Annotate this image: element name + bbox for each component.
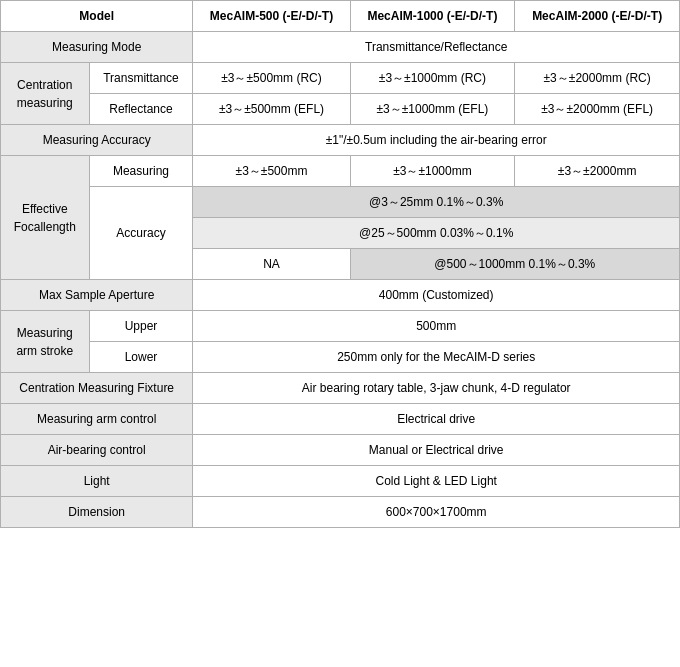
- transmittance-label: Transmittance: [89, 63, 193, 94]
- measuring-sub-label: Measuring: [89, 156, 193, 187]
- measuring-sub-col3: ±3～±2000mm: [515, 156, 680, 187]
- fixture-label: Centration Measuring Fixture: [1, 373, 193, 404]
- dimension-value: 600×700×1700mm: [193, 497, 680, 528]
- measuring-mode-label: Measuring Mode: [1, 32, 193, 63]
- col1-header: MecAIM-500 (-E/-D/-T): [193, 1, 350, 32]
- lower-label: Lower: [89, 342, 193, 373]
- arm-control-value: Electrical drive: [193, 404, 680, 435]
- reflectance-col3: ±3～±2000mm (EFL): [515, 94, 680, 125]
- measuring-mode-value: Transmittance/Reflectance: [193, 32, 680, 63]
- transmittance-col3: ±3～±2000mm (RC): [515, 63, 680, 94]
- arm-stroke-label: Measuring arm stroke: [1, 311, 90, 373]
- air-bearing-label: Air-bearing control: [1, 435, 193, 466]
- model-header-label: Model: [1, 1, 193, 32]
- max-aperture-label: Max Sample Aperture: [1, 280, 193, 311]
- dimension-label: Dimension: [1, 497, 193, 528]
- light-value: Cold Light & LED Light: [193, 466, 680, 497]
- transmittance-col1: ±3～±500mm (RC): [193, 63, 350, 94]
- reflectance-col1: ±3～±500mm (EFL): [193, 94, 350, 125]
- reflectance-col2: ±3～±1000mm (EFL): [350, 94, 515, 125]
- accuracy-row3-val: @500～1000mm 0.1%～0.3%: [350, 249, 679, 280]
- centration-label: Centration measuring: [1, 63, 90, 125]
- transmittance-col2: ±3～±1000mm (RC): [350, 63, 515, 94]
- effective-focallength-label: Effective Focallength: [1, 156, 90, 280]
- reflectance-label: Reflectance: [89, 94, 193, 125]
- accuracy-row1: @3～25mm 0.1%～0.3%: [193, 187, 680, 218]
- upper-label: Upper: [89, 311, 193, 342]
- light-label: Light: [1, 466, 193, 497]
- upper-value: 500mm: [193, 311, 680, 342]
- col2-header: MecAIM-1000 (-E/-D/-T): [350, 1, 515, 32]
- col3-header: MecAIM-2000 (-E/-D/-T): [515, 1, 680, 32]
- lower-value: 250mm only for the MecAIM-D series: [193, 342, 680, 373]
- accuracy-sub-label: Accuracy: [89, 187, 193, 280]
- air-bearing-value: Manual or Electrical drive: [193, 435, 680, 466]
- accuracy-row2: @25～500mm 0.03%～0.1%: [193, 218, 680, 249]
- max-aperture-value: 400mm (Customized): [193, 280, 680, 311]
- accuracy-value: ±1"/±0.5um including the air-bearing err…: [193, 125, 680, 156]
- fixture-value: Air bearing rotary table, 3-jaw chunk, 4…: [193, 373, 680, 404]
- measuring-sub-col2: ±3～±1000mm: [350, 156, 515, 187]
- accuracy-row3-na: NA: [193, 249, 350, 280]
- arm-control-label: Measuring arm control: [1, 404, 193, 435]
- accuracy-label: Measuring Accuracy: [1, 125, 193, 156]
- measuring-sub-col1: ±3～±500mm: [193, 156, 350, 187]
